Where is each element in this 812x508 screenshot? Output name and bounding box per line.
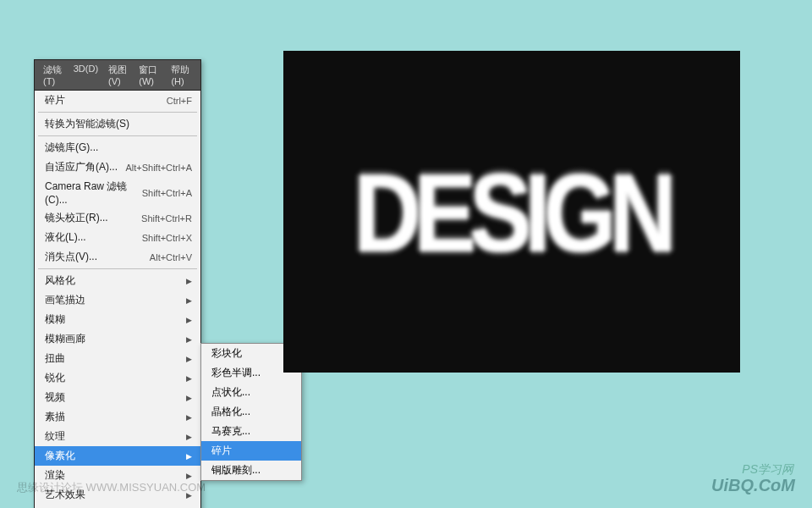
menu-liquify[interactable]: 液化(L)... Shift+Ctrl+X — [35, 228, 200, 247]
menu-body: 碎片 Ctrl+F 转换为智能滤镜(S) 滤镜库(G)... 自适应广角(A).… — [35, 91, 200, 508]
submenu-mezzotint[interactable]: 铜版雕刻... — [201, 461, 301, 480]
menu-blur-gallery[interactable]: 模糊画廊 ▶ — [35, 329, 200, 349]
menu-pixelate[interactable]: 像素化 ▶ — [35, 446, 200, 466]
menu-shortcut: Shift+Ctrl+A — [142, 188, 192, 198]
menu-label: 纹理 — [45, 429, 65, 444]
menu-shortcut: Ctrl+F — [167, 96, 192, 106]
submenu-arrow-icon: ▶ — [186, 433, 192, 441]
menu-adaptive-wide[interactable]: 自适应广角(A)... Alt+Shift+Ctrl+A — [35, 157, 200, 177]
menu-label: 模糊 — [45, 312, 65, 327]
menu-shortcut: Shift+Ctrl+R — [141, 213, 192, 224]
menu-brush-strokes[interactable]: 画笔描边 ▶ — [35, 290, 200, 310]
menu-blur[interactable]: 模糊 ▶ — [35, 310, 200, 329]
submenu-arrow-icon: ▶ — [186, 277, 192, 285]
separator — [38, 135, 197, 136]
menu-distort[interactable]: 扭曲 ▶ — [35, 349, 200, 368]
submenu-crystallize[interactable]: 晶格化... — [201, 402, 301, 422]
menu-label: 碎片 — [45, 93, 65, 108]
menu-label: 素描 — [45, 410, 65, 424]
submenu-label: 彩色半调... — [211, 366, 261, 380]
menu-texture[interactable]: 纹理 ▶ — [35, 427, 200, 446]
submenu-label: 彩块化 — [211, 346, 242, 361]
menu-label: 像素化 — [45, 449, 75, 463]
menu-camera-raw[interactable]: Camera Raw 滤镜(C)... Shift+Ctrl+A — [35, 177, 200, 208]
menu-lens-correction[interactable]: 镜头校正(R)... Shift+Ctrl+R — [35, 208, 200, 228]
menu-label: 消失点(V)... — [45, 250, 97, 264]
design-text: DESIGN — [354, 147, 670, 276]
separator — [38, 112, 197, 113]
menu-label: 风格化 — [45, 273, 75, 288]
submenu-label: 碎片 — [211, 444, 232, 458]
submenu-fragment[interactable]: 碎片 — [201, 441, 301, 461]
submenu-arrow-icon: ▶ — [186, 394, 192, 402]
menu-label: 镜头校正(R)... — [45, 211, 108, 225]
menu-label: 液化(L)... — [45, 230, 86, 245]
submenu-label: 铜版雕刻... — [211, 463, 261, 478]
watermark-left: 思缘设计论坛 WWW.MISSYUAN.COM — [17, 480, 206, 495]
menu-label: 扭曲 — [45, 351, 65, 366]
menu-label: 模糊画廊 — [45, 332, 85, 346]
menu-label: Camera Raw 滤镜(C)... — [45, 179, 142, 206]
menu-video[interactable]: 视频 ▶ — [35, 388, 200, 407]
menu-shortcut: Alt+Shift+Ctrl+A — [125, 163, 192, 173]
menu-vanishing-point[interactable]: 消失点(V)... Alt+Ctrl+V — [35, 247, 200, 267]
menu-label: 视频 — [45, 390, 65, 405]
watermark-right: UiBQ.CoM — [711, 476, 795, 495]
submenu-arrow-icon: ▶ — [186, 452, 192, 461]
menu-convert-smart[interactable]: 转换为智能滤镜(S) — [35, 114, 200, 134]
menu-label: 自适应广角(A)... — [45, 160, 118, 174]
menu-label: 滤镜库(G)... — [45, 141, 98, 155]
menubar: 滤镜(T) 3D(D) 视图(V) 窗口(W) 帮助(H) — [35, 60, 200, 91]
menu-noise[interactable]: 杂色 ▶ — [35, 505, 200, 508]
submenu-arrow-icon: ▶ — [186, 413, 192, 422]
menu-sharpen[interactable]: 锐化 ▶ — [35, 368, 200, 388]
canvas-preview: DESIGN — [283, 51, 740, 373]
filter-menu-dropdown: 滤镜(T) 3D(D) 视图(V) 窗口(W) 帮助(H) 碎片 Ctrl+F … — [34, 59, 201, 508]
menu-label: 转换为智能滤镜(S) — [45, 117, 129, 131]
menubar-3d[interactable]: 3D(D) — [69, 62, 103, 88]
menubar-view[interactable]: 视图(V) — [103, 62, 134, 88]
menu-label: 锐化 — [45, 371, 65, 385]
menu-last-filter[interactable]: 碎片 Ctrl+F — [35, 91, 200, 110]
separator — [38, 268, 197, 269]
submenu-label: 晶格化... — [211, 405, 250, 419]
submenu-arrow-icon: ▶ — [186, 296, 192, 305]
menu-shortcut: Shift+Ctrl+X — [142, 233, 192, 243]
menu-stylize[interactable]: 风格化 ▶ — [35, 271, 200, 290]
submenu-arrow-icon: ▶ — [186, 472, 192, 480]
menu-shortcut: Alt+Ctrl+V — [150, 252, 192, 262]
menubar-window[interactable]: 窗口(W) — [134, 62, 166, 88]
submenu-arrow-icon: ▶ — [186, 316, 192, 324]
submenu-label: 马赛克... — [211, 424, 250, 439]
submenu-pointillize[interactable]: 点状化... — [201, 383, 301, 402]
menu-label: 画笔描边 — [45, 293, 85, 307]
submenu-label: 点状化... — [211, 385, 250, 400]
menubar-filter[interactable]: 滤镜(T) — [38, 62, 69, 88]
menu-filter-gallery[interactable]: 滤镜库(G)... — [35, 138, 200, 157]
submenu-mosaic[interactable]: 马赛克... — [201, 422, 301, 441]
submenu-arrow-icon: ▶ — [186, 335, 192, 344]
submenu-arrow-icon: ▶ — [186, 374, 192, 383]
menubar-help[interactable]: 帮助(H) — [166, 62, 197, 88]
menu-sketch[interactable]: 素描 ▶ — [35, 407, 200, 427]
submenu-arrow-icon: ▶ — [186, 355, 192, 363]
